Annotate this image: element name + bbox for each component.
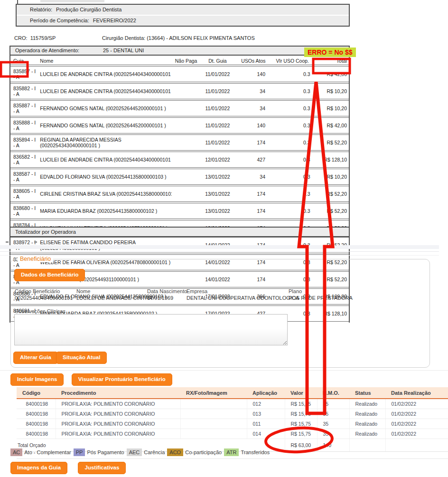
table-cell: 35 bbox=[317, 399, 349, 409]
report-period-label: Período de Competência: bbox=[30, 18, 89, 23]
situacao-atual-button[interactable]: Situação Atual bbox=[56, 352, 107, 364]
field-value: LUCILEI DE ANDRADE CINTRA bbox=[76, 295, 152, 301]
table-cell: CIRLENE CRISTINA BRAZ SILVA (00202544135… bbox=[38, 186, 172, 202]
table-cell: R$ 15,75 bbox=[285, 409, 317, 419]
column-header: Total bbox=[313, 57, 349, 65]
table-cell: PROFILAXIA: POLIMENTO CORONÁRIO bbox=[56, 429, 180, 439]
dados-beneficiario-button[interactable]: Dados do Beneficiário bbox=[14, 269, 85, 281]
incluir-imagens-button[interactable]: Incluir Imagens bbox=[10, 373, 64, 386]
total-hmo-value: 140 bbox=[317, 439, 349, 452]
field-label: Nome bbox=[76, 288, 152, 294]
table-cell: 140 bbox=[235, 66, 272, 82]
beneficiary-section: Beneficiário Dados do Beneficiário Códig… bbox=[10, 259, 430, 368]
report-header-box: Relatório:Produção Cirurgião Dentista Pe… bbox=[16, 4, 350, 27]
observacoes-clinicas-textarea[interactable] bbox=[14, 314, 288, 345]
cro-value: 115759/SP bbox=[30, 35, 56, 41]
table-cell: 174 bbox=[235, 186, 272, 202]
procedures-toolbar: Incluir Imagens Visualizar Prontuário Be… bbox=[10, 373, 172, 386]
table-cell bbox=[172, 66, 200, 82]
table-cell: 13/01/2022 bbox=[200, 169, 234, 185]
table-cell: 0.3 bbox=[272, 66, 313, 82]
legend-chip-ac: AC bbox=[10, 448, 22, 456]
table-cell: 011 bbox=[247, 419, 285, 429]
table-cell: 835887 - I - A bbox=[10, 100, 38, 116]
table-cell: 427 bbox=[235, 152, 272, 168]
operator-bar: Operadora de Atendimento: 25 - DENTAL UN… bbox=[9, 46, 350, 56]
table-row: 835887 - I - AFERNANDO GOMES NATAL (0020… bbox=[10, 100, 349, 116]
table-row: 84000198PROFILAXIA: POLIMENTO CORONÁRIO0… bbox=[17, 429, 448, 439]
field-label: Código Beneficiário bbox=[15, 288, 73, 294]
table-cell: 84000198 bbox=[17, 409, 56, 419]
table-cell: 0.3 bbox=[272, 203, 313, 219]
table-cell: 838680 - I - A bbox=[10, 203, 38, 219]
table-cell: FERNANDO GOMES NATAL (002025264452000001… bbox=[38, 100, 172, 116]
table-cell: 0.3 bbox=[272, 100, 313, 116]
field-value: POS REDE PRESTADORA bbox=[289, 295, 353, 301]
legend-chip-aco: ACO bbox=[167, 448, 183, 456]
table-cell: FERNANDO GOMES NATAL (002025264452000001… bbox=[38, 117, 172, 134]
operator-label: Operadora de Atendimento: bbox=[10, 48, 79, 53]
field-value: DENTAL UNI COOPERATIVA ODONTOLOGICA bbox=[187, 295, 299, 301]
table-cell: 01/02/2022 bbox=[385, 419, 448, 429]
empty-cell bbox=[349, 439, 385, 452]
table-row: 838587 - I - AEDVALDO FLORIANO SILVA (00… bbox=[10, 169, 349, 185]
table-cell: 12/01/2022 bbox=[200, 152, 234, 168]
table-row: 835882 - I - ALUCILEI DE ANDRADE CINTRA … bbox=[10, 83, 349, 99]
table-cell: 11/01/2022 bbox=[200, 83, 234, 99]
table-cell: LUCILEI DE ANDRADE CINTRA (0020254404340… bbox=[38, 152, 172, 168]
table-cell: PROFILAXIA: POLIMENTO CORONÁRIO bbox=[56, 409, 180, 419]
field-label: Plano bbox=[289, 288, 353, 294]
cro-label: CRO: bbox=[14, 35, 28, 41]
column-header: Status bbox=[349, 387, 385, 399]
visualizar-prontuario-button[interactable]: Visualizar Prontuário Beneficiário bbox=[72, 373, 172, 386]
alterar-guia-button[interactable]: Alterar Guia bbox=[13, 352, 58, 364]
cropped-text-remnant bbox=[40, 0, 104, 2]
table-cell: 34 bbox=[235, 169, 272, 185]
seam-band bbox=[0, 245, 439, 249]
table-cell: 0.3 bbox=[272, 169, 313, 185]
column-header: Valor bbox=[285, 387, 317, 399]
totalizer-label: Totalizador por Operadora bbox=[15, 229, 76, 235]
seam-rule bbox=[0, 251, 439, 252]
table-cell: 014 bbox=[247, 429, 285, 439]
table-cell: 012 bbox=[247, 399, 285, 409]
table-cell bbox=[172, 152, 200, 168]
table-cell: 838605 - I - A bbox=[10, 186, 38, 202]
table-cell: 34 bbox=[235, 83, 272, 99]
table-row: 835888 - I - AFERNANDO GOMES NATAL (0020… bbox=[10, 117, 349, 134]
justificativas-button[interactable]: Justificativas bbox=[78, 462, 126, 474]
dentist-value: (13664) - ADILSON FELIX PIMENTA SANTOS bbox=[147, 35, 255, 41]
legend-chip-atr: ATR bbox=[224, 448, 239, 456]
field-data-nascimento: Data Nascimento 17/01/1969 bbox=[147, 288, 187, 301]
table-cell: REGINALDA APARECIDA MESSIAS (00202543430… bbox=[38, 134, 172, 151]
column-header: Data Realização bbox=[385, 387, 448, 399]
table-cell bbox=[172, 117, 200, 134]
legend-label: Carência bbox=[144, 449, 165, 455]
table-cell bbox=[172, 186, 200, 202]
operator-value: 25 - DENTAL UNI bbox=[103, 47, 144, 55]
table-cell bbox=[180, 419, 247, 429]
table-cell: R$ 15,75 bbox=[285, 429, 317, 439]
erro-annotation-label: ERRO = No $$ bbox=[304, 48, 356, 57]
field-label: Empresa bbox=[187, 288, 299, 294]
report-title-row: Relatório:Produção Cirurgião Dentista bbox=[17, 5, 349, 15]
table-cell: 835857 - I - A bbox=[10, 66, 38, 82]
table-cell: R$ 52,20 bbox=[313, 203, 349, 219]
table-row: 835857 - I - ALUCILEI DE ANDRADE CINTRA … bbox=[10, 66, 349, 82]
seam-mark bbox=[6, 241, 9, 243]
report-title-value: Produção Cirurgião Dentista bbox=[56, 7, 121, 12]
table-cell: LUCILEI DE ANDRADE CINTRA (0020254404340… bbox=[38, 83, 172, 99]
table-cell: 13/01/2022 bbox=[200, 203, 234, 219]
table-cell: R$ 52,20 bbox=[313, 186, 349, 202]
table-cell bbox=[172, 134, 200, 151]
field-label: Data Nascimento bbox=[147, 288, 187, 294]
table-cell: 835882 - I - A bbox=[10, 83, 38, 99]
column-header: Aplicação bbox=[247, 387, 285, 399]
table-cell: R$ 128,10 bbox=[313, 152, 349, 168]
table-cell: 174 bbox=[235, 203, 272, 219]
imagens-da-guia-button[interactable]: Imagens da Guia bbox=[10, 462, 67, 474]
table-cell bbox=[180, 409, 247, 419]
table-cell: R$ 10,20 bbox=[313, 100, 349, 116]
table-cell: R$ 10,20 bbox=[313, 83, 349, 99]
observacoes-label: Observações Clínicas bbox=[15, 308, 65, 314]
